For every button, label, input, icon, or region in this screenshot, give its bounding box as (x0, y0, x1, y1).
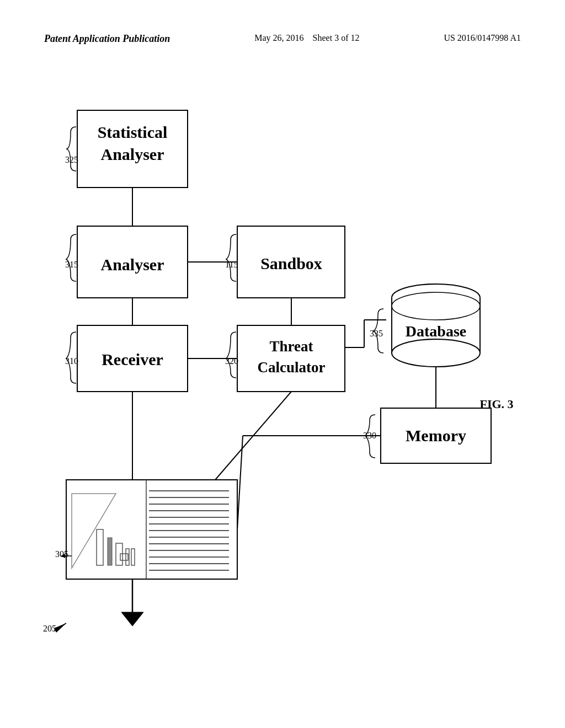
brace-320 (226, 332, 236, 378)
header: Patent Application Publication May 26, 2… (0, 33, 565, 45)
ref-335: 335 (370, 329, 383, 338)
analyser-label: Analyser (101, 255, 164, 274)
bar2 (108, 538, 112, 565)
header-center: May 26, 2016 Sheet 3 of 12 (254, 33, 359, 43)
ref-325: 325 (65, 155, 78, 164)
database-label: Database (406, 323, 466, 340)
fig-label: FIG. 3 (479, 397, 513, 411)
threat-label2: Calculator (258, 359, 326, 376)
brace-315 (66, 234, 76, 281)
brace-115 (226, 234, 236, 281)
receiver-label: Receiver (102, 350, 163, 368)
arrow-head (121, 612, 143, 626)
ref-115: 115 (225, 260, 238, 269)
statistical-analyser-label2: Analyser (101, 145, 164, 163)
threat-calculator-box (237, 325, 345, 392)
sandbox-label: Sandbox (260, 254, 322, 272)
db-bottom-ellipse (392, 339, 480, 367)
line-memory-comp2 (237, 436, 243, 529)
sheet-info: Sheet 3 of 12 (313, 33, 360, 42)
patent-number: US 2016/0147998 A1 (444, 33, 521, 43)
diagram-svg: Statistical Analyser 325 Analyser 315 Sa… (0, 77, 565, 717)
ref-305: 305 (55, 549, 68, 559)
memory-label: Memory (406, 426, 466, 445)
publication-label: Patent Application Publication (44, 33, 170, 45)
page: Patent Application Publication May 26, 2… (0, 0, 565, 728)
brace-325 (66, 127, 76, 171)
statistical-analyser-label: Statistical (98, 123, 168, 141)
ref-315: 315 (65, 260, 78, 269)
threat-label1: Threat (270, 338, 313, 355)
publication-date: May 26, 2016 (254, 33, 303, 42)
